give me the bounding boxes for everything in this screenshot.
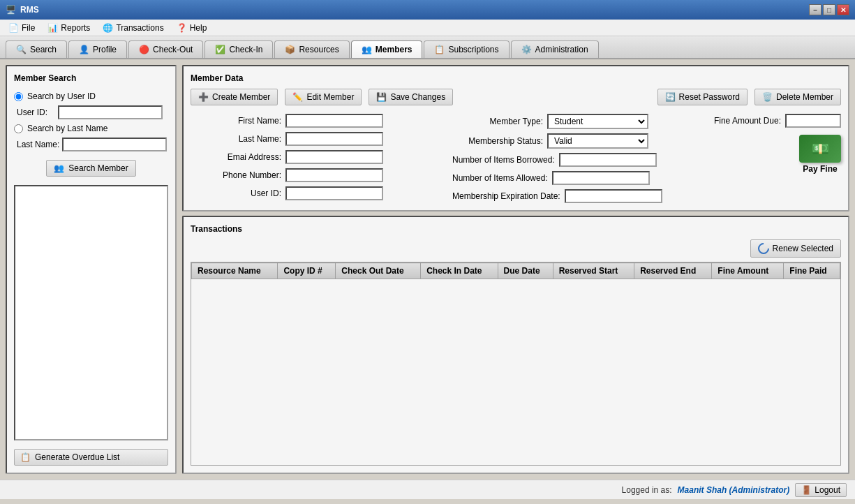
tab-resources[interactable]: 📦 Resources (274, 40, 349, 58)
create-member-label: Create Member (212, 92, 270, 102)
pay-fine-label: Pay Fine (803, 164, 837, 174)
edit-member-button[interactable]: ✏️ Edit Member (285, 89, 362, 105)
resources-tab-icon: 📦 (285, 45, 295, 54)
search-results-list[interactable] (14, 185, 168, 440)
menu-help[interactable]: ❓ Help (171, 22, 213, 34)
money-icon: 💵 (799, 135, 841, 163)
search-userid-radio-label: Search by User ID (27, 91, 96, 101)
transactions-table: Resource Name Copy ID # Check Out Date C… (191, 262, 840, 279)
tab-subscriptions-label: Subscriptions (448, 45, 498, 54)
userid-input[interactable] (58, 105, 163, 119)
expiration-label: Membership Expiration Date: (452, 191, 560, 201)
menu-file-label: File (22, 23, 35, 33)
search-by-userid-row: Search by User ID (14, 91, 168, 101)
col-fine-paid: Fine Paid (784, 263, 840, 279)
first-name-row: First Name: (191, 114, 445, 128)
create-member-button[interactable]: ➕ Create Member (191, 89, 278, 105)
tab-checkin[interactable]: ✅ Check-In (205, 40, 273, 58)
tab-search-label: Search (30, 45, 57, 54)
pay-fine-button[interactable]: 💵 Pay Fine (799, 135, 841, 174)
phone-row: Phone Number: (191, 168, 445, 182)
delete-member-label: Delete Member (776, 92, 833, 102)
transactions-title: Transactions (191, 224, 841, 234)
member-type-select[interactable]: Student Faculty Staff Guest (547, 114, 648, 129)
expiration-input[interactable] (565, 189, 662, 203)
save-changes-button[interactable]: 💾 Save Changes (369, 89, 453, 105)
subscriptions-tab-icon: 📋 (434, 45, 445, 54)
administration-tab-icon: ⚙️ (521, 45, 532, 54)
search-by-lastname-row: Search by Last Name (14, 124, 168, 133)
help-icon: ❓ (177, 23, 187, 33)
title-bar-controls: – □ ✕ (809, 4, 849, 15)
generate-overdue-button[interactable]: 📋 Generate Overdue List (14, 449, 168, 466)
form-area: First Name: Last Name: Emai Address: Pho… (191, 114, 841, 203)
reset-password-icon: 🔄 (665, 92, 676, 102)
tab-members[interactable]: 👥 Members (351, 40, 423, 58)
search-radio-group: Search by User ID User ID: Search by Las… (14, 91, 168, 151)
logout-button[interactable]: 🚪 Logout (795, 483, 847, 497)
items-allowed-row: Number of Items Allowed: (452, 171, 707, 185)
email-label: Emai Address: (191, 152, 281, 162)
app-title: RMS (20, 5, 39, 15)
tab-subscriptions[interactable]: 📋 Subscriptions (424, 40, 509, 58)
search-btn-area: 👥 Search Member (14, 160, 168, 177)
member-toolbar: ➕ Create Member ✏️ Edit Member 💾 Save Ch… (191, 89, 841, 105)
membership-status-select[interactable]: Valid Expired Suspended (547, 133, 648, 149)
menu-transactions[interactable]: 🌐 Transactions (97, 22, 169, 34)
renew-selected-button[interactable]: Renew Selected (750, 239, 841, 258)
tab-checkout[interactable]: 🔴 Check-Out (128, 40, 203, 58)
table-header-row: Resource Name Copy ID # Check Out Date C… (192, 263, 840, 279)
maximize-button[interactable]: □ (823, 4, 835, 15)
menu-help-label: Help (190, 23, 207, 33)
logout-icon: 🚪 (801, 485, 812, 495)
reset-password-label: Reset Password (679, 92, 740, 102)
profile-tab-icon: 👤 (79, 45, 89, 54)
first-name-label: First Name: (191, 116, 281, 126)
col-checkout-date: Check Out Date (336, 263, 421, 279)
delete-member-button[interactable]: 🗑️ Delete Member (754, 89, 841, 105)
logged-in-label: Logged in as: (622, 485, 672, 495)
last-name-input[interactable] (285, 132, 383, 146)
userid-label: User ID: (17, 108, 55, 117)
member-data-title: Member Data (191, 73, 841, 83)
reset-password-button[interactable]: 🔄 Reset Password (657, 89, 748, 105)
transactions-table-container[interactable]: Resource Name Copy ID # Check Out Date C… (191, 262, 841, 466)
search-lastname-radio-label: Search by Last Name (27, 124, 107, 133)
fine-amount-label: Fine Amount Due: (714, 116, 781, 126)
items-borrowed-input[interactable] (559, 153, 657, 167)
lastname-input[interactable] (62, 138, 167, 151)
tab-profile[interactable]: 👤 Profile (68, 40, 127, 58)
phone-input[interactable] (285, 168, 383, 182)
userid-form-input[interactable] (285, 186, 383, 200)
search-lastname-radio[interactable] (14, 124, 23, 133)
items-allowed-input[interactable] (552, 171, 650, 185)
email-input[interactable] (285, 150, 383, 164)
reports-icon: 📊 (47, 23, 58, 33)
tab-members-label: Members (376, 45, 412, 54)
member-search-panel: Member Search Search by User ID User ID:… (6, 65, 177, 474)
close-button[interactable]: ✕ (837, 4, 849, 15)
search-userid-radio[interactable] (14, 92, 23, 101)
tab-administration[interactable]: ⚙️ Administration (511, 40, 599, 58)
menu-reports[interactable]: 📊 Reports (42, 22, 96, 34)
title-bar: 🖥️ RMS – □ ✕ (0, 0, 855, 20)
title-bar-left: 🖥️ RMS (6, 5, 39, 15)
fine-amount-input[interactable] (785, 114, 841, 128)
status-bar: Logged in as: Maanit Shah (Administrator… (0, 480, 855, 499)
tab-search[interactable]: 🔍 Search (6, 40, 67, 58)
app-icon: 🖥️ (6, 5, 16, 15)
menu-file[interactable]: 📄 File (3, 22, 40, 34)
form-right-col: Member Type: Student Faculty Staff Guest… (452, 114, 707, 203)
first-name-input[interactable] (285, 114, 383, 128)
lastname-field-row: Last Name: (17, 138, 168, 151)
transactions-section: Transactions Renew Selected Resource Nam… (182, 216, 849, 474)
col-reserved-start: Reserved Start (553, 263, 634, 279)
search-member-button[interactable]: 👥 Search Member (46, 160, 135, 177)
items-borrowed-row: Number of Items Borrowed: (452, 153, 707, 167)
minimize-button[interactable]: – (809, 4, 821, 15)
renew-selected-label: Renew Selected (773, 244, 833, 253)
tab-checkout-label: Check-Out (153, 45, 193, 54)
membership-status-row: Membership Status: Valid Expired Suspend… (452, 133, 707, 149)
menu-transactions-label: Transactions (116, 23, 163, 33)
members-tab-icon: 👥 (362, 45, 372, 54)
